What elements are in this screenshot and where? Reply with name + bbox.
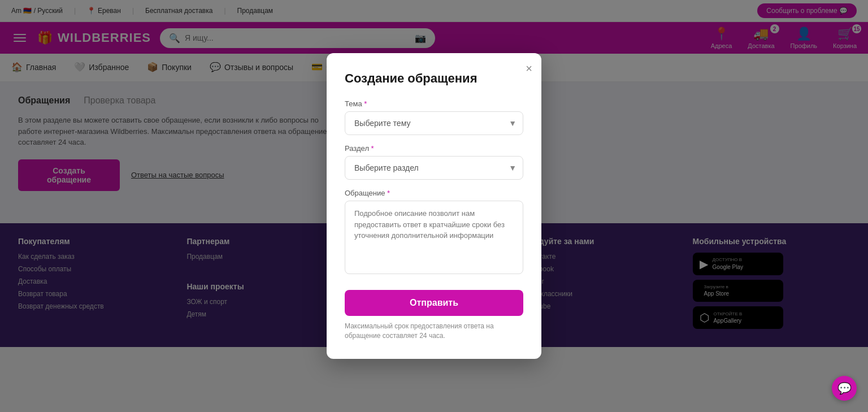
chat-button[interactable]: 💬 — [832, 376, 857, 401]
chat-icon: 💬 — [837, 381, 852, 395]
theme-label: Тема * — [345, 99, 523, 108]
section-label: Раздел * — [345, 144, 523, 153]
modal-close-button[interactable]: × — [526, 62, 532, 75]
modal-overlay[interactable]: × Создание обращения Тема * Выберите тем… — [0, 0, 868, 412]
section-field: Раздел * Выберите раздел ▼ — [345, 144, 523, 180]
message-label: Обращение * — [345, 189, 523, 197]
message-field: Обращение * — [345, 189, 523, 276]
theme-select-wrapper[interactable]: Выберите тему ▼ — [345, 111, 523, 135]
section-select-wrapper[interactable]: Выберите раздел ▼ — [345, 156, 523, 180]
submit-button[interactable]: Отправить — [345, 290, 523, 316]
modal-title: Создание обращения — [345, 71, 523, 86]
section-select[interactable]: Выберите раздел — [345, 156, 523, 180]
theme-select[interactable]: Выберите тему — [345, 111, 523, 135]
theme-field: Тема * Выберите тему ▼ — [345, 99, 523, 135]
create-appeal-modal: × Создание обращения Тема * Выберите тем… — [327, 53, 541, 359]
message-textarea[interactable] — [345, 201, 523, 274]
modal-note: Максимальный срок предоставления ответа … — [345, 322, 523, 341]
